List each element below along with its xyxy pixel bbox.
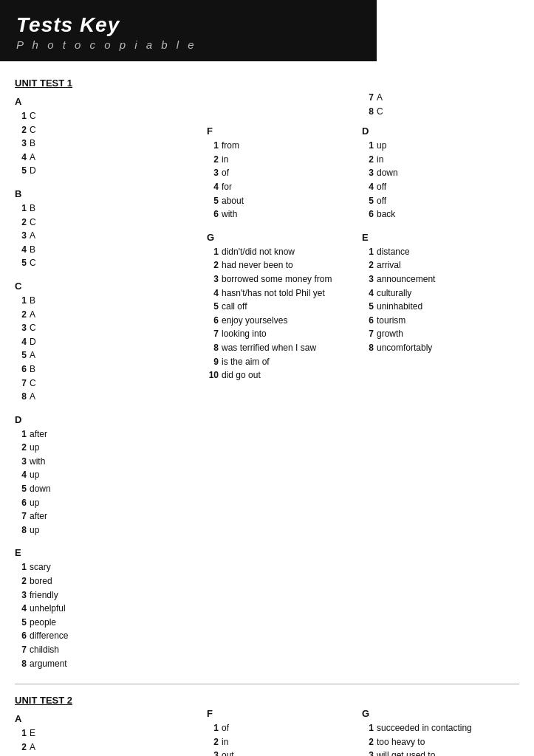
unit1-left-col: UNIT TEST 1 A 1C 2C 3B 4A 5D B 1B 2C 3A … xyxy=(15,75,207,681)
answer-item: 5C xyxy=(15,256,207,270)
answer-item: 1B xyxy=(15,294,207,308)
answer-item: 2C xyxy=(15,216,207,230)
answer-item: 5A xyxy=(15,348,207,362)
unit1-title: UNIT TEST 1 xyxy=(15,78,207,89)
answer-item: 8argument xyxy=(15,657,207,671)
answer-item: 4off xyxy=(362,180,517,194)
answer-item: 2bored xyxy=(15,574,207,588)
unit1-right-col: 7A 8C F 1from 2in 3of 4for 5about xyxy=(207,75,532,681)
unit2-section-a-label: A xyxy=(15,713,207,724)
answer-item: 2up xyxy=(15,441,207,455)
unit2-section-g-label: G xyxy=(362,708,517,719)
answer-item: 7looking into xyxy=(207,327,362,341)
answer-item: 1distance xyxy=(362,245,517,259)
answer-item: 2A xyxy=(15,740,207,755)
unit1-section-a-label: A xyxy=(15,96,207,107)
unit1-section-g: G 1didn't/did not know 2had never been t… xyxy=(207,232,362,382)
answer-item: 3will get used to xyxy=(362,749,517,756)
answer-item: 7A xyxy=(362,91,532,105)
header-title: Tests Key xyxy=(16,13,360,37)
unit1-section-e-right: E 1distance 2arrival 3announcement 4cult… xyxy=(362,232,517,355)
answer-item: 6tourism xyxy=(362,314,517,328)
unit2-section: UNIT TEST 2 A 1E 2A 3C 4F 5D B 1want to … xyxy=(15,692,519,756)
answer-item: 6up xyxy=(15,496,207,510)
unit1-section-c: C 1B 2A 3C 4D 5A 6B 7C 8A xyxy=(15,281,207,404)
answer-item: 2had never been to xyxy=(207,258,362,272)
unit2-title: UNIT TEST 2 xyxy=(15,695,207,706)
answer-item: 5uninhabited xyxy=(362,300,517,314)
answer-item: 10did go out xyxy=(207,368,362,382)
answer-item: 2in xyxy=(362,153,517,167)
answer-item: 1B xyxy=(15,202,207,216)
unit1-section-f-label: F xyxy=(207,126,362,137)
unit2-section-g: G 1succeeded in contacting 2too heavy to… xyxy=(362,708,517,756)
unit1-section-b-label: B xyxy=(15,188,207,199)
answer-item: 5down xyxy=(15,482,207,496)
answer-item: 3with xyxy=(15,455,207,469)
answer-item: 2arrival xyxy=(362,258,517,272)
answer-item: 7childish xyxy=(15,643,207,657)
answer-item: 2in xyxy=(207,153,362,167)
unit2-section-a: A 1E 2A 3C 4F 5D xyxy=(15,713,207,756)
answer-item: 3A xyxy=(15,229,207,243)
unit1-section-e-right-label: E xyxy=(362,232,517,243)
unit1-section-g-label: G xyxy=(207,232,362,243)
answer-item: 2A xyxy=(15,308,207,322)
answer-item: 1E xyxy=(15,726,207,740)
unit2-section-f-label: F xyxy=(207,708,362,719)
answer-item: 3B xyxy=(15,137,207,151)
answer-item: 2C xyxy=(15,123,207,137)
unit1-section-d-right: D 1up 2in 3down 4off 5off 6back xyxy=(362,126,517,221)
unit1-section-e-label: E xyxy=(15,547,207,558)
answer-item: 7after xyxy=(15,509,207,523)
answer-item: 4up xyxy=(15,468,207,482)
answer-item: 6enjoy yourselves xyxy=(207,314,362,328)
answer-item: 8up xyxy=(15,523,207,537)
answer-item: 2too heavy to xyxy=(362,735,517,749)
unit2-right-col: F 1of 2in 3out 4on 5off 6with 7for 8arou… xyxy=(207,692,532,756)
answer-item: 5about xyxy=(207,194,362,208)
answer-item: 7C xyxy=(15,377,207,391)
answer-item: 1after xyxy=(15,427,207,441)
answer-item: 5off xyxy=(362,194,517,208)
answer-item: 1from xyxy=(207,139,362,153)
unit1-section: UNIT TEST 1 A 1C 2C 3B 4A 5D B 1B 2C 3A … xyxy=(15,75,519,681)
answer-item: 6B xyxy=(15,362,207,377)
answer-item: 5call off xyxy=(207,300,362,314)
answer-item: 3out xyxy=(207,749,362,756)
unit1-section-b: B 1B 2C 3A 4B 5C xyxy=(15,188,207,270)
answer-item: 6with xyxy=(207,207,362,221)
unit1-right-inner: F 1from 2in 3of 4for 5about 6with G 1did… xyxy=(207,126,532,393)
unit1-section-d-right-label: D xyxy=(362,126,517,137)
unit1-right-d-e: D 1up 2in 3down 4off 5off 6back E 1dista… xyxy=(362,126,517,393)
answer-item: 1succeeded in contacting xyxy=(362,721,517,735)
unit1-section-f: F 1from 2in 3of 4for 5about 6with xyxy=(207,126,362,221)
unit1-section-c-label: C xyxy=(15,281,207,292)
answer-item: 4B xyxy=(15,243,207,257)
answer-item: 2in xyxy=(207,735,362,749)
unit2-left-col: UNIT TEST 2 A 1E 2A 3C 4F 5D B 1want to … xyxy=(15,692,207,756)
answer-item: 6difference xyxy=(15,629,207,643)
answer-item: 1didn't/did not know xyxy=(207,245,362,259)
answer-item: 4culturally xyxy=(362,286,517,300)
answer-item: 3of xyxy=(207,166,362,180)
answer-item: 1up xyxy=(362,139,517,153)
answer-item: 8uncomfortably xyxy=(362,341,517,355)
answer-item: 4for xyxy=(207,180,362,194)
answer-item: 1C xyxy=(15,109,207,123)
answer-item: 1of xyxy=(207,721,362,735)
answer-item: 9is the aim of xyxy=(207,355,362,369)
answer-item: 4unhelpful xyxy=(15,602,207,616)
header-subtitle: P h o t o c o p i a b l e xyxy=(16,38,360,51)
answer-item: 3C xyxy=(15,321,207,335)
answer-item: 3announcement xyxy=(362,272,517,286)
unit2-right-f: F 1of 2in 3out 4on 5off 6with 7for 8arou… xyxy=(207,708,362,756)
answer-item: 4hasn't/has not told Phil yet xyxy=(207,286,362,300)
answer-item: 3friendly xyxy=(15,588,207,602)
unit1-section-d-label: D xyxy=(15,414,207,425)
answer-item: 8A xyxy=(15,390,207,404)
answer-item: 3down xyxy=(362,166,517,180)
answer-item: 5D xyxy=(15,164,207,178)
unit1-section-d: D 1after 2up 3with 4up 5down 6up 7after … xyxy=(15,414,207,537)
unit1-right-f-g: F 1from 2in 3of 4for 5about 6with G 1did… xyxy=(207,126,362,393)
